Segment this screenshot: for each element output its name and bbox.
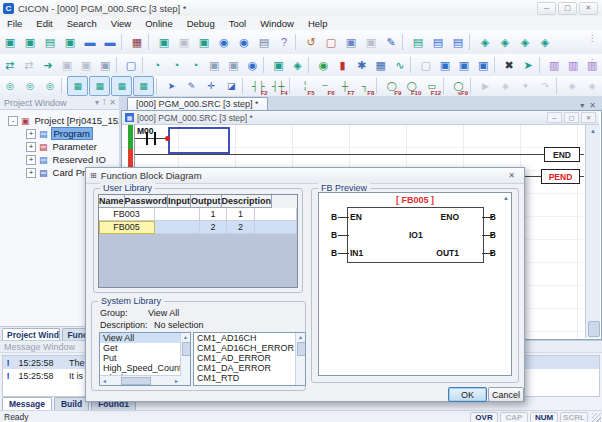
toolbar-icon[interactable] xyxy=(469,34,474,50)
child-maximize-button[interactable]: ▢ xyxy=(564,112,579,123)
document-tab[interactable]: [000] PGM_000.SRC [3 step] * xyxy=(127,97,268,110)
toolbar-icon[interactable]: ⇄ xyxy=(20,56,38,74)
scrollbar-thumb[interactable] xyxy=(588,321,600,337)
tree-item[interactable]: + ▤ Program xyxy=(0,127,118,140)
toolbar-icon[interactable] xyxy=(402,34,407,50)
table-header-cell[interactable]: Description xyxy=(222,195,273,208)
tree-expander-icon[interactable]: - xyxy=(8,116,18,126)
scrollbar-thumb[interactable] xyxy=(297,342,306,356)
child-minimize-button[interactable]: ─ xyxy=(547,112,562,123)
toolbar-icon[interactable]: ✦ xyxy=(516,77,535,95)
toolbar-icon[interactable]: ▣ xyxy=(175,33,194,51)
toolbar-icon[interactable]: ▥ xyxy=(545,56,563,74)
toolbar-icon[interactable]: ▦ xyxy=(67,76,88,96)
tree-expander-icon[interactable]: + xyxy=(26,142,36,152)
toolbar-icon[interactable]: ◯F10 xyxy=(402,77,421,95)
toolbar-icon[interactable]: ◔ xyxy=(148,56,166,74)
toolbar-icon[interactable]: ✎ xyxy=(182,77,201,95)
group-listbox[interactable]: View AllGetPutHigh_Speed_CounterClock ▲ … xyxy=(99,332,191,386)
toolbar-icon[interactable] xyxy=(539,57,544,73)
toolbar-icon[interactable] xyxy=(494,57,499,73)
toolbar-icon[interactable]: ▣ xyxy=(96,56,114,74)
toolbar-icon[interactable]: ▣ xyxy=(474,56,492,74)
toolbar-icon[interactable]: ➤ xyxy=(519,56,537,74)
toolbar-icon[interactable]: ◔ xyxy=(186,56,204,74)
close-button[interactable]: ✕ xyxy=(579,2,598,15)
menu-item[interactable]: Debug xyxy=(180,18,222,29)
toolbar-icon[interactable]: ⇄ xyxy=(1,56,19,74)
resize-grip[interactable] xyxy=(592,413,601,422)
scroll-up-icon[interactable]: ▲ xyxy=(586,125,600,137)
function-list-item[interactable]: CM1_AD16CH_ERROR xyxy=(194,343,305,353)
scrollbar-thumb[interactable] xyxy=(121,377,151,385)
toolbar-icon[interactable]: ✛ xyxy=(202,77,221,95)
toolbar-icon[interactable]: ▣ xyxy=(224,56,242,74)
toolbar-icon[interactable]: ◯F9 xyxy=(382,77,401,95)
toolbar-icon[interactable] xyxy=(410,57,415,73)
menu-item[interactable]: File xyxy=(0,18,29,29)
toolbar-icon[interactable]: ✱ xyxy=(353,56,371,74)
toolbar-icon[interactable] xyxy=(156,78,161,94)
toolbar-icon[interactable]: ┤┼F4 xyxy=(269,77,288,95)
toolbar-icon[interactable]: ◈ xyxy=(496,77,515,95)
toolbar-icon[interactable]: ▤ xyxy=(429,33,448,51)
toolbar-icon[interactable]: ▤ xyxy=(41,33,60,51)
toolbar-icon[interactable]: ✎ xyxy=(382,33,401,51)
toolbar-icon[interactable]: ▤ xyxy=(409,33,428,51)
toolbar-icon[interactable]: ▢ xyxy=(322,33,341,51)
minimize-button[interactable]: ─ xyxy=(537,2,556,15)
toolbar-icon[interactable]: ◯sF9 xyxy=(449,77,468,95)
toolbar-icon[interactable]: ▦ xyxy=(372,56,390,74)
user-library-table[interactable]: NamePasswordInputOutputDescription FB003… xyxy=(98,194,298,288)
scroll-right-icon[interactable]: ► xyxy=(172,378,181,384)
maximize-button[interactable]: ▢ xyxy=(558,2,577,15)
cell-description[interactable] xyxy=(255,208,297,221)
toolbar-icon[interactable]: ▤ xyxy=(449,33,468,51)
toolbar-icon[interactable]: ╎F5 xyxy=(296,77,315,95)
function-listbox[interactable]: CM1_AD16CHCM1_AD16CH_ERRORCM1_AD_ERRORCM… xyxy=(193,332,306,386)
toolbar-icon[interactable] xyxy=(295,34,300,50)
toolbar-icon[interactable] xyxy=(148,34,153,50)
toolbar-icon[interactable]: ◈ xyxy=(536,33,555,51)
group-list-item[interactable]: High_Speed_Counter xyxy=(100,363,190,373)
tab-list-dropdown-icon[interactable]: ▾ xyxy=(580,101,584,110)
group-list-item[interactable]: View All xyxy=(100,333,190,343)
function-list-item[interactable]: CM1_RTD_ERROR xyxy=(194,383,305,386)
menu-item[interactable]: Online xyxy=(138,18,179,29)
toolbar-icon[interactable]: ➤ xyxy=(162,77,181,95)
ok-button[interactable]: OK xyxy=(448,387,487,402)
tree-item[interactable]: + ▤ Parameter xyxy=(0,140,118,153)
scroll-up-icon[interactable]: ▲ xyxy=(296,333,305,341)
tree-item[interactable]: + ▤ Reserved IO xyxy=(0,153,118,166)
cell-output[interactable]: 1 xyxy=(227,208,255,221)
table-header-cell[interactable]: Input xyxy=(168,195,191,208)
toolbar-icon[interactable]: ▮ xyxy=(334,56,352,74)
toolbar-icon[interactable] xyxy=(443,78,448,94)
toolbar-icon[interactable]: ▣ xyxy=(195,33,214,51)
toolbar-icon[interactable]: ┐F8 xyxy=(355,77,374,95)
toolbar-icon[interactable]: ▢ xyxy=(417,56,435,74)
toolbar-icon[interactable]: ▦ xyxy=(111,76,132,96)
pend-instruction[interactable]: PEND xyxy=(541,169,580,184)
toolbar-icon[interactable]: ▣ xyxy=(455,56,473,74)
message-tab[interactable]: Build xyxy=(54,397,89,410)
toolbar-icon[interactable]: ▦ xyxy=(89,76,110,96)
toolbar-icon[interactable]: ▣ xyxy=(1,33,20,51)
toolbar-icon[interactable] xyxy=(308,57,313,73)
toolbar-icon[interactable]: ↷ xyxy=(536,77,555,95)
toolbar-icon[interactable]: ◉ xyxy=(215,33,234,51)
toolbar-icon[interactable] xyxy=(289,78,294,94)
toolbar-icon[interactable] xyxy=(142,57,147,73)
function-list-item[interactable]: CM1_DA_ERROR xyxy=(194,363,305,373)
pin-icon[interactable]: ⊺ xyxy=(102,98,106,107)
toolbar-icon[interactable]: ▦ xyxy=(133,76,154,96)
toolbar-icon[interactable]: ◪ xyxy=(222,77,241,95)
function-list-item[interactable]: CM1_RTD xyxy=(194,373,305,383)
toolbar-icon[interactable]: ▣ xyxy=(77,56,95,74)
function-list-item[interactable]: CM1_AD16CH xyxy=(194,333,305,343)
tree-expander-icon[interactable]: + xyxy=(26,155,36,165)
toolbar-icon[interactable]: ◈ xyxy=(516,33,535,51)
toolbar-icon[interactable]: ▣ xyxy=(205,56,223,74)
list-vertical-scrollbar[interactable]: ▲ xyxy=(295,333,305,385)
toolbar-icon[interactable]: ? xyxy=(275,33,294,51)
